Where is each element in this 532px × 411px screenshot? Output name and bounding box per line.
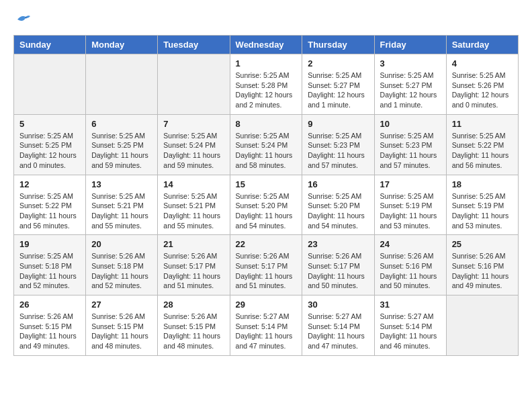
day-info: Sunrise: 5:25 AM Sunset: 5:27 PM Dayligh… xyxy=(380,71,441,110)
day-number: 25 xyxy=(452,239,513,249)
day-number: 9 xyxy=(308,119,368,129)
day-number: 13 xyxy=(91,179,152,189)
day-info: Sunrise: 5:25 AM Sunset: 5:19 PM Dayligh… xyxy=(380,191,441,231)
day-number: 14 xyxy=(163,179,224,189)
calendar-cell: 8Sunrise: 5:25 AM Sunset: 5:24 PM Daylig… xyxy=(230,114,302,175)
calendar-cell: 15Sunrise: 5:25 AM Sunset: 5:20 PM Dayli… xyxy=(230,175,302,235)
calendar-week-row: 19Sunrise: 5:25 AM Sunset: 5:18 PM Dayli… xyxy=(14,235,519,295)
day-info: Sunrise: 5:26 AM Sunset: 5:17 PM Dayligh… xyxy=(308,251,368,291)
day-number: 29 xyxy=(236,300,297,310)
day-number: 31 xyxy=(380,300,441,310)
day-info: Sunrise: 5:27 AM Sunset: 5:14 PM Dayligh… xyxy=(236,312,297,351)
calendar-cell: 20Sunrise: 5:26 AM Sunset: 5:18 PM Dayli… xyxy=(86,235,158,295)
day-info: Sunrise: 5:25 AM Sunset: 5:19 PM Dayligh… xyxy=(452,191,513,231)
calendar-cell: 19Sunrise: 5:25 AM Sunset: 5:18 PM Dayli… xyxy=(14,235,86,295)
day-info: Sunrise: 5:25 AM Sunset: 5:27 PM Dayligh… xyxy=(308,71,368,110)
calendar-cell: 22Sunrise: 5:26 AM Sunset: 5:17 PM Dayli… xyxy=(230,235,302,295)
day-info: Sunrise: 5:26 AM Sunset: 5:17 PM Dayligh… xyxy=(236,251,297,291)
day-info: Sunrise: 5:25 AM Sunset: 5:24 PM Dayligh… xyxy=(236,131,297,171)
day-number: 16 xyxy=(308,179,368,189)
logo-bird-icon xyxy=(16,13,31,28)
calendar-cell: 17Sunrise: 5:25 AM Sunset: 5:19 PM Dayli… xyxy=(374,175,446,235)
calendar-cell: 3Sunrise: 5:25 AM Sunset: 5:27 PM Daylig… xyxy=(374,54,446,115)
weekday-header-row: SundayMondayTuesdayWednesdayThursdayFrid… xyxy=(14,36,519,54)
calendar-cell: 7Sunrise: 5:25 AM Sunset: 5:24 PM Daylig… xyxy=(158,114,230,175)
day-number: 26 xyxy=(19,300,80,310)
calendar-cell: 5Sunrise: 5:25 AM Sunset: 5:25 PM Daylig… xyxy=(14,114,86,175)
calendar-cell: 24Sunrise: 5:26 AM Sunset: 5:16 PM Dayli… xyxy=(374,235,446,295)
calendar-cell: 25Sunrise: 5:26 AM Sunset: 5:16 PM Dayli… xyxy=(446,235,518,295)
day-info: Sunrise: 5:26 AM Sunset: 5:15 PM Dayligh… xyxy=(19,312,80,351)
day-info: Sunrise: 5:26 AM Sunset: 5:15 PM Dayligh… xyxy=(91,312,152,351)
calendar-week-row: 1Sunrise: 5:25 AM Sunset: 5:28 PM Daylig… xyxy=(14,54,519,115)
weekday-header-tuesday: Tuesday xyxy=(158,36,230,54)
calendar-cell xyxy=(86,54,158,115)
day-info: Sunrise: 5:25 AM Sunset: 5:20 PM Dayligh… xyxy=(308,191,368,231)
day-number: 3 xyxy=(380,58,441,68)
calendar-cell: 30Sunrise: 5:27 AM Sunset: 5:14 PM Dayli… xyxy=(302,295,374,356)
day-info: Sunrise: 5:26 AM Sunset: 5:16 PM Dayligh… xyxy=(380,251,441,291)
calendar-cell: 14Sunrise: 5:25 AM Sunset: 5:21 PM Dayli… xyxy=(158,175,230,235)
day-info: Sunrise: 5:25 AM Sunset: 5:21 PM Dayligh… xyxy=(163,191,224,231)
day-number: 24 xyxy=(380,239,441,249)
day-number: 27 xyxy=(91,300,152,310)
day-number: 12 xyxy=(19,179,80,189)
calendar-cell: 18Sunrise: 5:25 AM Sunset: 5:19 PM Dayli… xyxy=(446,175,518,235)
day-number: 1 xyxy=(236,58,297,68)
calendar-table: SundayMondayTuesdayWednesdayThursdayFrid… xyxy=(13,35,519,356)
calendar-cell: 12Sunrise: 5:25 AM Sunset: 5:22 PM Dayli… xyxy=(14,175,86,235)
weekday-header-monday: Monday xyxy=(86,36,158,54)
day-info: Sunrise: 5:25 AM Sunset: 5:25 PM Dayligh… xyxy=(91,131,152,171)
day-number: 21 xyxy=(163,239,224,249)
calendar-cell xyxy=(446,295,518,356)
day-info: Sunrise: 5:25 AM Sunset: 5:22 PM Dayligh… xyxy=(19,191,80,231)
day-number: 7 xyxy=(163,119,224,129)
weekday-header-sunday: Sunday xyxy=(14,36,86,54)
weekday-header-saturday: Saturday xyxy=(446,36,518,54)
day-number: 6 xyxy=(91,119,152,129)
calendar-week-row: 5Sunrise: 5:25 AM Sunset: 5:25 PM Daylig… xyxy=(14,114,519,175)
calendar-cell: 29Sunrise: 5:27 AM Sunset: 5:14 PM Dayli… xyxy=(230,295,302,356)
day-number: 18 xyxy=(452,179,513,189)
day-info: Sunrise: 5:25 AM Sunset: 5:25 PM Dayligh… xyxy=(19,131,80,171)
calendar-cell: 13Sunrise: 5:25 AM Sunset: 5:21 PM Dayli… xyxy=(86,175,158,235)
calendar-cell: 26Sunrise: 5:26 AM Sunset: 5:15 PM Dayli… xyxy=(14,295,86,356)
calendar-cell: 31Sunrise: 5:27 AM Sunset: 5:14 PM Dayli… xyxy=(374,295,446,356)
day-info: Sunrise: 5:25 AM Sunset: 5:23 PM Dayligh… xyxy=(380,131,441,171)
day-info: Sunrise: 5:27 AM Sunset: 5:14 PM Dayligh… xyxy=(308,312,368,351)
weekday-header-wednesday: Wednesday xyxy=(230,36,302,54)
day-info: Sunrise: 5:26 AM Sunset: 5:17 PM Dayligh… xyxy=(163,251,224,291)
day-info: Sunrise: 5:26 AM Sunset: 5:15 PM Dayligh… xyxy=(163,312,224,351)
day-info: Sunrise: 5:25 AM Sunset: 5:20 PM Dayligh… xyxy=(236,191,297,231)
calendar-cell: 2Sunrise: 5:25 AM Sunset: 5:27 PM Daylig… xyxy=(302,54,374,115)
day-number: 23 xyxy=(308,239,368,249)
day-number: 17 xyxy=(380,179,441,189)
header xyxy=(13,13,519,28)
calendar-cell: 27Sunrise: 5:26 AM Sunset: 5:15 PM Dayli… xyxy=(86,295,158,356)
day-number: 30 xyxy=(308,300,368,310)
calendar-cell xyxy=(14,54,86,115)
day-info: Sunrise: 5:25 AM Sunset: 5:21 PM Dayligh… xyxy=(91,191,152,231)
calendar-week-row: 12Sunrise: 5:25 AM Sunset: 5:22 PM Dayli… xyxy=(14,175,519,235)
calendar-week-row: 26Sunrise: 5:26 AM Sunset: 5:15 PM Dayli… xyxy=(14,295,519,356)
calendar-cell: 21Sunrise: 5:26 AM Sunset: 5:17 PM Dayli… xyxy=(158,235,230,295)
day-number: 20 xyxy=(91,239,152,249)
day-number: 19 xyxy=(19,239,80,249)
day-info: Sunrise: 5:27 AM Sunset: 5:14 PM Dayligh… xyxy=(380,312,441,351)
calendar-cell: 10Sunrise: 5:25 AM Sunset: 5:23 PM Dayli… xyxy=(374,114,446,175)
day-info: Sunrise: 5:25 AM Sunset: 5:24 PM Dayligh… xyxy=(163,131,224,171)
weekday-header-friday: Friday xyxy=(374,36,446,54)
logo xyxy=(13,13,31,28)
calendar-cell: 28Sunrise: 5:26 AM Sunset: 5:15 PM Dayli… xyxy=(158,295,230,356)
day-number: 22 xyxy=(236,239,297,249)
day-info: Sunrise: 5:25 AM Sunset: 5:18 PM Dayligh… xyxy=(19,251,80,291)
calendar-cell: 4Sunrise: 5:25 AM Sunset: 5:26 PM Daylig… xyxy=(446,54,518,115)
calendar-cell: 11Sunrise: 5:25 AM Sunset: 5:22 PM Dayli… xyxy=(446,114,518,175)
calendar-cell: 6Sunrise: 5:25 AM Sunset: 5:25 PM Daylig… xyxy=(86,114,158,175)
day-info: Sunrise: 5:25 AM Sunset: 5:26 PM Dayligh… xyxy=(452,71,513,110)
day-number: 8 xyxy=(236,119,297,129)
day-number: 28 xyxy=(163,300,224,310)
day-number: 2 xyxy=(308,58,368,68)
day-info: Sunrise: 5:25 AM Sunset: 5:22 PM Dayligh… xyxy=(452,131,513,171)
day-info: Sunrise: 5:25 AM Sunset: 5:28 PM Dayligh… xyxy=(236,71,297,110)
